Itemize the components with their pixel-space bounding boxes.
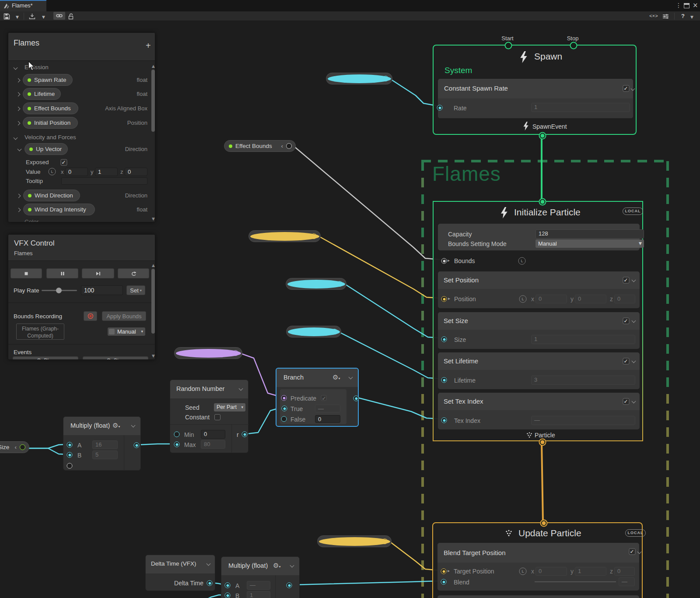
tooltip-field[interactable] [61, 177, 147, 185]
multiply2-node[interactable]: Multiply (float) ⚙▾ A — B 1 [221, 556, 300, 598]
expander-icon[interactable] [16, 78, 21, 83]
param-pill-spawn-rate[interactable]: Spawn Rate ‹ [326, 73, 392, 84]
blend-field[interactable]: — [619, 577, 635, 586]
param-out-port[interactable] [311, 233, 317, 239]
param-pill-initial-size[interactable]: Initial Size ‹ [286, 278, 346, 290]
record-button[interactable] [84, 311, 97, 321]
set-size-header[interactable]: Set Size [438, 312, 640, 330]
param-pill-wind-direction[interactable]: Wind Direction ‹ [317, 535, 392, 547]
multiply2-a-port[interactable] [225, 583, 231, 588]
bounds-mode-control-dropdown[interactable]: Manual▾ [108, 327, 145, 336]
blend-target-header[interactable]: Blend Target Position [438, 543, 639, 563]
constant-spawn-rate-checkbox[interactable] [623, 85, 630, 92]
param-out-port[interactable] [332, 329, 337, 334]
expander-icon[interactable] [16, 92, 21, 97]
target-y-field[interactable]: 1 [575, 567, 606, 576]
wire-branch-out[interactable] [357, 397, 440, 419]
multiply1-a-port[interactable] [67, 442, 73, 448]
wire-init-to-update[interactable] [542, 442, 543, 521]
target-z-field[interactable]: 0 [614, 567, 635, 576]
predicate-port[interactable] [281, 395, 287, 401]
delta-time-out-port[interactable] [207, 580, 213, 586]
gear-icon[interactable]: ⚙▾ [112, 422, 120, 429]
value-y-field[interactable]: 1 [95, 168, 118, 176]
min-port[interactable] [174, 432, 180, 437]
expander-icon[interactable] [16, 107, 21, 111]
save-dropdown-icon[interactable]: ▼ [16, 15, 19, 19]
bb-item-wind-drag[interactable]: Wind Drag Intensity [23, 204, 95, 215]
target-position-port[interactable] [441, 569, 447, 574]
onplay-button[interactable]: OnPlay [13, 356, 78, 360]
bb-item-effect-bounds[interactable]: Effect Bounds [23, 102, 78, 114]
section-collapse-icon[interactable] [14, 136, 18, 140]
param-pill-lifetime[interactable]: Lifetime ‹ [286, 326, 341, 338]
rate-field[interactable]: 1 [531, 103, 630, 112]
tex-index-port[interactable] [441, 418, 447, 423]
bounds-expander-icon[interactable]: ▸ [448, 258, 450, 263]
param-pill-initial-position[interactable]: Initial Position ‹ [248, 230, 321, 242]
scroll-up-icon[interactable]: ▲ [152, 64, 155, 68]
param-out-port[interactable] [20, 444, 25, 450]
bounds-mode-dropdown[interactable]: Manual▼ [536, 239, 644, 248]
spawn-context[interactable]: Spawn System Constant Spawn Rate Rate 1 … [433, 45, 637, 135]
bounds-port[interactable] [441, 258, 447, 264]
exposed-checkbox[interactable] [61, 159, 67, 166]
wire-multiply1-max[interactable] [139, 444, 174, 445]
position-expander-icon[interactable]: ▸ [448, 296, 450, 301]
init-in-port[interactable] [539, 198, 546, 206]
param-pill-size[interactable]: Size ‹ [0, 441, 29, 453]
position-port[interactable] [441, 296, 447, 302]
blend-slider[interactable] [535, 581, 616, 582]
wire-multiply2-blend[interactable] [291, 581, 440, 585]
position-y-field[interactable]: 0 [575, 295, 606, 303]
set-button[interactable]: Set▾ [126, 285, 145, 295]
constant-checkbox[interactable] [214, 414, 220, 420]
false-port[interactable] [281, 416, 287, 422]
set-tex-index-checkbox[interactable] [623, 398, 630, 405]
kebab-menu-icon[interactable]: ⋮ [676, 2, 682, 9]
param-out-port[interactable] [337, 281, 343, 287]
bb-item-initial-position[interactable]: Initial Position [23, 117, 78, 129]
rate-port[interactable] [437, 105, 443, 111]
expander-icon[interactable] [17, 194, 21, 198]
maximize-icon[interactable] [684, 3, 690, 8]
section-collapse-icon[interactable] [14, 66, 18, 70]
unlock-icon[interactable] [68, 13, 74, 20]
spawn-start-port[interactable] [505, 42, 512, 49]
play-rate-slider-knob[interactable] [56, 288, 62, 293]
bb-item-spawn-rate[interactable]: Spawn Rate [23, 74, 73, 86]
set-lifetime-checkbox[interactable] [623, 358, 630, 365]
scroll-down-icon[interactable]: ▼ [152, 217, 155, 221]
param-out-port[interactable] [286, 143, 292, 149]
blend-port[interactable] [441, 579, 447, 585]
section-color[interactable]: Color [24, 218, 38, 222]
vfx-control-scrollbar[interactable] [151, 269, 155, 334]
value-link-icon[interactable]: L [49, 168, 56, 176]
set-position-header[interactable]: Set Position [438, 271, 640, 289]
false-field[interactable]: 0 [315, 415, 340, 423]
wire-size-to-b[interactable] [28, 448, 66, 454]
gear-icon[interactable]: ⚙▾ [273, 562, 280, 570]
branch-node[interactable]: Branch ⚙▾ Predicate True — False 0 [276, 368, 359, 427]
multiply1-b-port[interactable] [67, 452, 73, 458]
target-position-link-icon[interactable]: L [519, 568, 527, 575]
param-out-port[interactable] [233, 350, 238, 356]
wire-size-to-a[interactable] [28, 444, 66, 448]
settings-sliders-icon[interactable] [662, 13, 669, 20]
param-out-port[interactable] [382, 538, 388, 544]
wire-initial-size[interactable] [346, 285, 440, 338]
section-velocity[interactable]: Velocity and Forces [24, 134, 76, 141]
true-port[interactable] [282, 406, 287, 412]
max-field[interactable]: 80 [201, 440, 225, 449]
value-z-field[interactable]: 0 [125, 168, 147, 176]
branch-out-port[interactable] [354, 396, 359, 401]
random-number-node[interactable]: Random Number Seed Per Part▾ Constant Mi… [170, 380, 248, 453]
update-second-block[interactable] [438, 595, 639, 598]
multiply1-b-field[interactable]: 5 [92, 450, 118, 459]
tex-index-field[interactable]: — [531, 416, 635, 425]
multiply2-b-port[interactable] [225, 593, 231, 598]
initialize-context[interactable]: Initialize Particle LOCAL Capacity 128 B… [433, 201, 643, 441]
max-port[interactable] [174, 442, 180, 447]
onstop-button[interactable]: OnStop [83, 356, 148, 360]
help-icon[interactable]: ? [681, 13, 685, 19]
